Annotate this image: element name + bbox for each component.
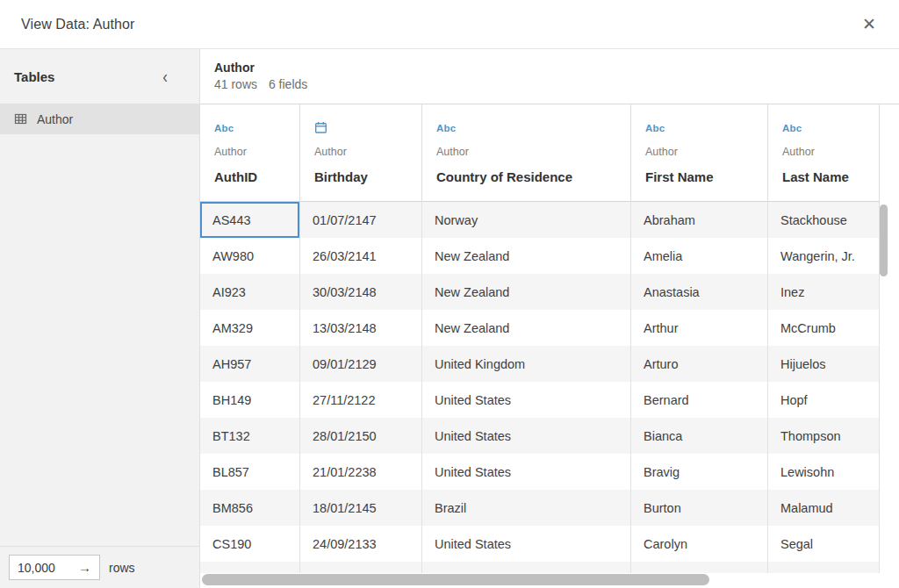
data-grid-wrap: AbcAuthorAuthIDAuthorBirthdayAbcAuthorCo… bbox=[200, 104, 899, 588]
cell-partial-row bbox=[631, 562, 768, 573]
cell-row0-birthday[interactable]: 01/07/2147 bbox=[300, 202, 422, 238]
calendar-icon bbox=[314, 121, 407, 134]
cell-row3-last-name[interactable]: McCrumb bbox=[768, 310, 880, 346]
cell-row6-birthday[interactable]: 28/01/2150 bbox=[300, 418, 422, 454]
cell-row2-last-name[interactable]: Inez bbox=[768, 274, 880, 310]
table-summary-header: Author 41 rows 6 fields bbox=[200, 49, 899, 104]
column-table-name: Author bbox=[214, 146, 285, 158]
cell-row7-last-name[interactable]: Lewisohn bbox=[768, 454, 880, 490]
cell-row4-first-name[interactable]: Arturo bbox=[631, 346, 768, 382]
column-field-name: AuthID bbox=[214, 169, 285, 184]
cell-row6-first-name[interactable]: Bianca bbox=[631, 418, 768, 454]
horizontal-scrollbar[interactable] bbox=[202, 574, 709, 585]
cell-row1-first-name[interactable]: Amelia bbox=[631, 238, 768, 274]
cell-row5-first-name[interactable]: Bernard bbox=[631, 382, 768, 418]
data-grid: AbcAuthorAuthIDAuthorBirthdayAbcAuthorCo… bbox=[200, 104, 899, 573]
abc-string-type-icon: Abc bbox=[214, 121, 285, 134]
main-panel: Author 41 rows 6 fields AbcAuthorAuthIDA… bbox=[200, 49, 899, 588]
cell-row0-authid[interactable]: AS443 bbox=[200, 202, 300, 238]
cell-row2-first-name[interactable]: Anastasia bbox=[631, 274, 768, 310]
row-limit-input[interactable] bbox=[18, 561, 68, 575]
cell-row1-authid[interactable]: AW980 bbox=[200, 238, 300, 274]
cell-row9-birthday[interactable]: 24/09/2133 bbox=[300, 526, 422, 562]
column-header-country-of-residence[interactable]: AbcAuthorCountry of Residence bbox=[422, 104, 631, 202]
abc-string-type-icon: Abc bbox=[436, 121, 616, 134]
abc-string-type-icon: Abc bbox=[645, 121, 753, 134]
cell-row0-first-name[interactable]: Abraham bbox=[631, 202, 768, 238]
cell-row3-birthday[interactable]: 13/03/2148 bbox=[300, 310, 422, 346]
cell-row2-country-of-residence[interactable]: New Zealand bbox=[422, 274, 631, 310]
cell-row4-last-name[interactable]: Hijuelos bbox=[768, 346, 880, 382]
cell-row9-first-name[interactable]: Carolyn bbox=[631, 526, 768, 562]
cell-partial-row bbox=[422, 562, 631, 573]
cell-row7-country-of-residence[interactable]: United States bbox=[422, 454, 631, 490]
sidebar-item-author[interactable]: Author bbox=[0, 104, 199, 134]
close-icon[interactable]: ✕ bbox=[859, 14, 880, 35]
table-grid-icon bbox=[14, 112, 27, 125]
column-table-name: Author bbox=[782, 146, 865, 158]
cell-row6-last-name[interactable]: Thompson bbox=[768, 418, 880, 454]
column-field-name: Country of Residence bbox=[436, 169, 616, 184]
cell-row0-country-of-residence[interactable]: Norway bbox=[422, 202, 631, 238]
window-title: View Data: Author bbox=[21, 17, 134, 32]
column-header-first-name[interactable]: AbcAuthorFirst Name bbox=[631, 104, 768, 202]
cell-row8-last-name[interactable]: Malamud bbox=[768, 490, 880, 526]
cell-row9-last-name[interactable]: Segal bbox=[768, 526, 880, 562]
cell-row2-birthday[interactable]: 30/03/2148 bbox=[300, 274, 422, 310]
column-field-name: Last Name bbox=[782, 169, 865, 184]
sidebar-header: Tables ‹ bbox=[0, 49, 199, 104]
titlebar: View Data: Author ✕ bbox=[0, 0, 899, 49]
table-title: Author bbox=[214, 61, 885, 75]
column-field-name: Birthday bbox=[314, 169, 407, 184]
row-limit-footer: → rows bbox=[0, 546, 199, 588]
cell-row8-authid[interactable]: BM856 bbox=[200, 490, 300, 526]
field-count: 6 fields bbox=[269, 77, 307, 91]
cell-row1-country-of-residence[interactable]: New Zealand bbox=[422, 238, 631, 274]
cell-row1-last-name[interactable]: Wangerin, Jr. bbox=[768, 238, 880, 274]
window-body: Tables ‹ Author → bbox=[0, 49, 899, 588]
column-table-name: Author bbox=[314, 146, 407, 158]
row-count: 41 rows bbox=[214, 77, 257, 91]
column-header-authid[interactable]: AbcAuthorAuthID bbox=[200, 104, 300, 202]
cell-row0-last-name[interactable]: Stackhouse bbox=[768, 202, 880, 238]
cell-row9-authid[interactable]: CS190 bbox=[200, 526, 300, 562]
column-field-name: First Name bbox=[645, 169, 753, 184]
cell-row6-country-of-residence[interactable]: United States bbox=[422, 418, 631, 454]
cell-row7-first-name[interactable]: Bravig bbox=[631, 454, 768, 490]
table-meta: 41 rows 6 fields bbox=[214, 77, 885, 91]
cell-row5-birthday[interactable]: 27/11/2122 bbox=[300, 382, 422, 418]
cell-row5-authid[interactable]: BH149 bbox=[200, 382, 300, 418]
cell-row3-country-of-residence[interactable]: New Zealand bbox=[422, 310, 631, 346]
rows-label: rows bbox=[109, 561, 135, 575]
vertical-scrollbar[interactable] bbox=[880, 204, 888, 276]
view-data-window: View Data: Author ✕ Tables ‹ bbox=[0, 0, 899, 588]
sidebar-title: Tables bbox=[14, 69, 54, 84]
cell-row6-authid[interactable]: BT132 bbox=[200, 418, 300, 454]
column-table-name: Author bbox=[436, 146, 616, 158]
sidebar-item-label: Author bbox=[37, 112, 73, 126]
cell-row4-authid[interactable]: AH957 bbox=[200, 346, 300, 382]
abc-string-type-icon: Abc bbox=[782, 121, 865, 134]
cell-row2-authid[interactable]: AI923 bbox=[200, 274, 300, 310]
cell-row5-country-of-residence[interactable]: United States bbox=[422, 382, 631, 418]
cell-partial-row bbox=[768, 562, 880, 573]
column-header-birthday[interactable]: AuthorBirthday bbox=[300, 104, 422, 202]
column-table-name: Author bbox=[645, 146, 753, 158]
cell-row5-last-name[interactable]: Hopf bbox=[768, 382, 880, 418]
cell-row1-birthday[interactable]: 26/03/2141 bbox=[300, 238, 422, 274]
cell-row7-authid[interactable]: BL857 bbox=[200, 454, 300, 490]
cell-row4-country-of-residence[interactable]: United Kingdom bbox=[422, 346, 631, 382]
cell-row4-birthday[interactable]: 09/01/2129 bbox=[300, 346, 422, 382]
cell-row3-first-name[interactable]: Arthur bbox=[631, 310, 768, 346]
cell-row7-birthday[interactable]: 21/01/2238 bbox=[300, 454, 422, 490]
cell-row3-authid[interactable]: AM329 bbox=[200, 310, 300, 346]
column-header-last-name[interactable]: AbcAuthorLast Name bbox=[768, 104, 880, 202]
tables-sidebar: Tables ‹ Author → bbox=[0, 49, 200, 588]
cell-row8-first-name[interactable]: Burton bbox=[631, 490, 768, 526]
cell-row8-birthday[interactable]: 18/01/2145 bbox=[300, 490, 422, 526]
chevron-left-icon[interactable]: ‹ bbox=[162, 68, 168, 85]
apply-row-limit-arrow-icon[interactable]: → bbox=[78, 561, 91, 574]
cell-partial-row bbox=[200, 562, 300, 573]
cell-row9-country-of-residence[interactable]: United States bbox=[422, 526, 631, 562]
cell-row8-country-of-residence[interactable]: Brazil bbox=[422, 490, 631, 526]
